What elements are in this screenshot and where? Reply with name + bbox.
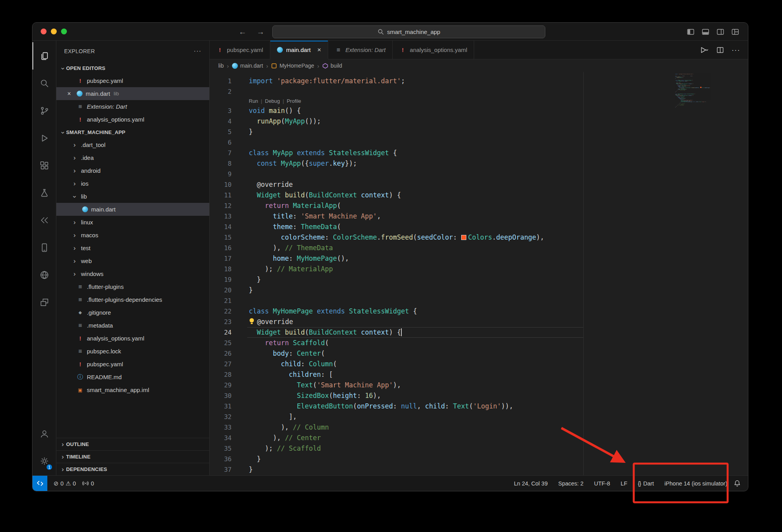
forward-button[interactable]: → [257,27,264,36]
code-line[interactable]: 20} [210,285,748,296]
code-line[interactable]: 37} [210,464,748,475]
line-number[interactable]: 21 [210,296,249,306]
code-line[interactable]: 30 SizedBox(height: 16), [210,390,748,401]
line-number[interactable]: 29 [210,380,249,390]
open-editor-item[interactable]: !pubspec.yaml [56,74,209,87]
code-line[interactable]: 32 ], [210,412,748,422]
code-line[interactable]: 24 Widget build(BuildContext context) { [210,327,748,338]
activity-extensions-icon[interactable] [32,152,56,179]
code-line[interactable]: 7class MyApp extends StatelessWidget { [210,148,748,158]
command-center-search[interactable]: smart_machine_app [272,25,545,38]
open-editors-header[interactable]: › OPEN EDITORS [56,62,209,74]
activity-account-icon[interactable] [32,420,56,447]
code-line[interactable]: 31 ElevatedButton(onPressed: null, child… [210,401,748,412]
close-editor-icon[interactable]: × [67,90,77,97]
code-line[interactable]: 35 ); // Scaffold [210,443,748,454]
tree-file-row[interactable]: ◆.gitignore [56,306,209,319]
editor-action-split-editor-icon[interactable] [716,46,724,54]
line-number[interactable]: 15 [210,232,249,243]
code-line[interactable]: 10 @override [210,179,748,190]
breadcrumb-build[interactable]: build [322,63,342,69]
section-timeline[interactable]: ›TIMELINE [56,450,209,463]
problems-indicator[interactable]: ⊘ 0 ⚠ 0 [54,480,76,487]
code-line[interactable]: 3void main() { [210,106,748,116]
line-number[interactable]: 30 [210,390,249,401]
line-number[interactable]: 4 [210,116,249,127]
tree-file-row[interactable]: ≡pubspec.lock [56,345,209,358]
tree-file-row[interactable]: ⓘREADME.md [56,371,209,383]
code-line[interactable]: 27 child: Column( [210,359,748,369]
activity-source-control-icon[interactable] [32,97,56,124]
status-ln-24-col-39[interactable]: Ln 24, Col 39 [514,480,548,487]
line-number[interactable]: 23 [210,317,249,327]
line-number[interactable]: 33 [210,422,249,433]
line-number[interactable]: 12 [210,201,249,211]
editor[interactable]: 1import 'package:flutter/material.dart';… [210,72,748,475]
breadcrumb-myhomepage[interactable]: MyHomePage [271,63,314,69]
activity-windows-icon[interactable] [32,288,56,316]
open-editor-item[interactable]: ≡Extension: Dart [56,100,209,113]
line-number[interactable]: 28 [210,369,249,380]
code-line[interactable]: 2 [210,86,748,97]
code-line[interactable]: 12 return MaterialApp( [210,201,748,211]
code-line[interactable]: 17 home: MyHomePage(), [210,253,748,264]
activity-settings-icon[interactable]: 1 [32,447,56,475]
line-number[interactable]: 3 [210,106,249,116]
line-number[interactable]: 16 [210,243,249,253]
activity-testing-icon[interactable] [32,179,56,206]
code-line[interactable]: 9 [210,169,748,179]
tree-folder-row[interactable]: ›windows [56,267,209,280]
tree-file-row[interactable]: !analysis_options.yaml [56,332,209,345]
section-outline[interactable]: ›OUTLINE [56,438,209,450]
code-line[interactable]: 21 [210,296,748,306]
code-line[interactable]: 16 ), // ThemeData [210,243,748,253]
line-number[interactable]: 31 [210,401,249,412]
minimize-window-button[interactable] [51,29,57,34]
line-number[interactable]: 38 [210,475,249,475]
code-line[interactable]: 38 [210,475,748,475]
code-line[interactable]: 25 return Scaffold( [210,338,748,348]
code-line[interactable]: 23@override [210,317,748,327]
status-iphone-14-ios-simulator-[interactable]: iPhone 14 (ios simulator) [665,480,727,487]
code-line[interactable]: 28 children: [ [210,369,748,380]
activity-globe-icon[interactable] [32,261,56,288]
activity-device-icon[interactable] [32,234,56,261]
tree-file-row[interactable]: !pubspec.yaml [56,358,209,371]
code-line[interactable]: 34 ), // Center [210,433,748,443]
tree-folder-row[interactable]: ›macos [56,229,209,242]
code-line[interactable]: 13 title: 'Smart Machine App', [210,211,748,222]
code-line[interactable]: 14 theme: ThemeData( [210,222,748,232]
line-number[interactable]: 17 [210,253,249,264]
line-number[interactable]: 9 [210,169,249,179]
codelens-run[interactable]: Run [249,97,258,106]
tab-analysis-options-yaml[interactable]: !analysis_options.yaml [393,41,475,59]
close-tab-icon[interactable]: × [317,46,321,54]
codelens-actions[interactable]: Run|Debug|Profile [210,97,748,106]
line-number[interactable]: 20 [210,285,249,296]
tree-file-row[interactable]: ≡.flutter-plugins-dependencies [56,293,209,306]
code-line[interactable]: 15 colorScheme: ColorScheme.fromSeed(see… [210,232,748,243]
code-line[interactable]: 33 ), // Column [210,422,748,433]
status-dart[interactable]: {}Dart [638,480,654,487]
status-utf-8[interactable]: UTF-8 [594,480,610,487]
code-line[interactable]: 29 Text('Smart Machine App'), [210,380,748,390]
line-number[interactable]: 32 [210,412,249,422]
code-line[interactable]: 6 [210,137,748,148]
line-number[interactable]: 34 [210,433,249,443]
remote-indicator[interactable] [32,476,47,491]
code-line[interactable]: 19 } [210,274,748,285]
tree-folder-row[interactable]: ›lib [56,190,209,203]
ports-indicator[interactable]: 0 [82,480,94,487]
codelens-debug[interactable]: Debug [265,97,280,106]
line-number[interactable]: 6 [210,137,249,148]
tree-file-row[interactable]: ▣smart_machine_app.iml [56,383,209,396]
tree-folder-row[interactable]: ›.dart_tool [56,138,209,151]
lightbulb-icon[interactable] [249,317,257,325]
tree-file-row[interactable]: ≡.metadata [56,319,209,332]
line-number[interactable]: 24 [210,327,249,338]
line-number[interactable]: 1 [210,76,249,86]
code-line[interactable]: 8 const MyApp({super.key}); [210,158,748,169]
tree-file-row[interactable]: ≡.flutter-plugins [56,280,209,293]
line-number[interactable]: 10 [210,179,249,190]
toggle-sidebar-icon[interactable] [687,28,695,36]
